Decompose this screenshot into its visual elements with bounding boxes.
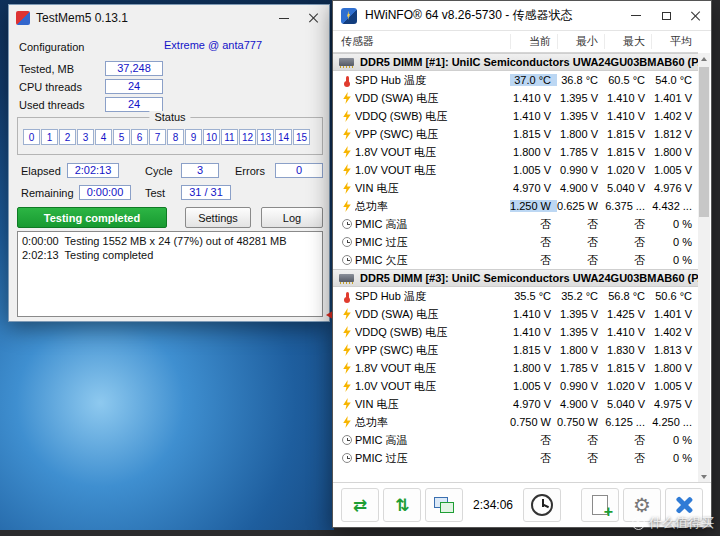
sensor-icon (343, 398, 352, 410)
sensor-avg: 54.0 °C (651, 74, 698, 86)
column-min[interactable]: 最小 (557, 34, 604, 49)
sensor-max: 6.375 ... (604, 200, 651, 212)
sensor-current[interactable]: 1.005 V (510, 164, 557, 176)
swap-panels-button[interactable]: ⇄ (341, 488, 379, 522)
reorder-button[interactable]: ⇅ (383, 488, 421, 522)
sensor-current[interactable]: 否 (510, 451, 557, 466)
sensor-avg: 0 % (651, 218, 698, 230)
sensor-row[interactable]: SPD Hub 温度 37.0 °C 36.8 °C 60.5 °C 54.0 … (333, 71, 698, 89)
watermark-logo-icon (632, 517, 645, 530)
sensor-min: 1.395 V (557, 110, 604, 122)
sensor-row[interactable]: 总功率 1.250 W 0.625 W 6.375 ... 4.432 ... (333, 197, 698, 215)
sensor-row[interactable]: PMIC 高温 否 否 否 0 % (333, 431, 698, 449)
log-button[interactable]: Log (261, 207, 323, 228)
configuration-value[interactable]: Extreme @ anta777 (101, 39, 325, 51)
scrollbar-thumb[interactable] (699, 67, 709, 217)
sensor-current[interactable]: 35.5 °C (510, 290, 557, 302)
remote-sensor-button[interactable] (425, 488, 463, 522)
settings-button[interactable]: Settings (185, 207, 251, 228)
maximize-button[interactable] (651, 1, 681, 30)
sensor-current[interactable]: 1.815 V (510, 128, 557, 140)
used-threads-field[interactable]: 24 (105, 97, 163, 112)
thread-cell: 6 (131, 129, 148, 145)
errors-field: 0 (275, 163, 323, 178)
minimize-button[interactable] (621, 1, 651, 30)
sensor-row[interactable]: 1.8V VOUT 电压 1.800 V 1.785 V 1.815 V 1.8… (333, 143, 698, 161)
thread-cell: 0 (23, 129, 40, 145)
sensor-icon (343, 128, 352, 140)
swap-arrows-icon: ⇄ (353, 497, 367, 514)
sensor-current[interactable]: 4.970 V (510, 182, 557, 194)
sensor-icon (343, 110, 352, 122)
sensor-row[interactable]: PMIC 过压 否 否 否 0 % (333, 449, 698, 467)
sensor-row[interactable]: VPP (SWC) 电压 1.815 V 1.800 V 1.815 V 1.8… (333, 125, 698, 143)
column-sensor[interactable]: 传感器 (341, 34, 510, 49)
log-area[interactable]: 0:00:00 Testing 1552 MB x 24 (77%) out o… (17, 231, 323, 317)
sensor-group-header[interactable]: DDR5 DIMM [#1]: UniIC Semiconductors UWA… (333, 53, 698, 71)
sensor-current[interactable]: 否 (510, 235, 557, 250)
clock-button[interactable] (523, 488, 561, 522)
sensor-min: 1.800 V (557, 344, 604, 356)
report-button[interactable] (581, 488, 619, 522)
sensor-label: VPP (SWC) 电压 (355, 127, 510, 142)
sensor-icon (343, 164, 352, 176)
sensor-icon (343, 416, 352, 428)
sensor-row[interactable]: VIN 电压 4.970 V 4.900 V 5.040 V 4.976 V (333, 179, 698, 197)
column-max[interactable]: 最大 (604, 34, 651, 49)
vertical-scrollbar[interactable] (698, 53, 710, 483)
hwinfo-title: HWiNFO® 64 v8.26-5730 - 传感器状态 (365, 7, 621, 24)
sensor-max: 1.815 V (604, 362, 651, 374)
sensor-row[interactable]: VIN 电压 4.970 V 4.900 V 5.040 V 4.975 V (333, 395, 698, 413)
minimize-button[interactable] (269, 5, 299, 31)
sensor-label: VIN 电压 (355, 181, 510, 196)
sensor-row[interactable]: PMIC 欠压 否 否 否 0 % (333, 251, 698, 269)
sensor-min: 1.785 V (557, 362, 604, 374)
sensor-row[interactable]: 总功率 0.750 W 0.750 W 6.125 ... 4.250 ... (333, 413, 698, 431)
testing-completed-button[interactable]: Testing completed (17, 207, 167, 228)
sensor-row[interactable]: VDDQ (SWB) 电压 1.410 V 1.395 V 1.410 V 1.… (333, 107, 698, 125)
column-header[interactable]: 传感器 当前 最小 最大 平均 (333, 31, 698, 53)
maximize-icon (662, 12, 671, 20)
column-avg[interactable]: 平均 (651, 34, 698, 49)
sensor-avg: 1.800 V (651, 362, 698, 374)
sensor-current[interactable]: 否 (510, 433, 557, 448)
sensor-row[interactable]: PMIC 高温 否 否 否 0 % (333, 215, 698, 233)
sensor-current[interactable]: 1.800 V (510, 146, 557, 158)
sensor-group-header[interactable]: DDR5 DIMM [#3]: UniIC Semiconductors UWA… (333, 269, 698, 287)
sensor-current[interactable]: 1.410 V (510, 326, 557, 338)
testmem5-app-icon (16, 11, 30, 25)
sensor-current[interactable]: 1.410 V (510, 92, 557, 104)
sensor-icon (346, 292, 349, 301)
sensor-current[interactable]: 0.750 W (510, 416, 557, 428)
sensor-current[interactable]: 1.410 V (510, 308, 557, 320)
sensor-row[interactable]: 1.8V VOUT 电压 1.800 V 1.785 V 1.815 V 1.8… (333, 359, 698, 377)
sensor-row[interactable]: VDD (SWA) 电压 1.410 V 1.395 V 1.425 V 1.4… (333, 305, 698, 323)
sensor-current[interactable]: 否 (510, 253, 557, 268)
column-current[interactable]: 当前 (510, 34, 557, 49)
tested-mb-field[interactable]: 37,248 (105, 61, 163, 76)
sensor-row[interactable]: 1.0V VOUT 电压 1.005 V 0.990 V 1.020 V 1.0… (333, 377, 698, 395)
scroll-up-button[interactable] (698, 53, 710, 65)
sensor-current[interactable]: 1.800 V (510, 362, 557, 374)
sensor-min: 36.8 °C (557, 74, 604, 86)
close-button[interactable] (681, 1, 711, 30)
sensor-row[interactable]: VDDQ (SWB) 电压 1.410 V 1.395 V 1.410 V 1.… (333, 323, 698, 341)
sensor-current[interactable]: 4.970 V (510, 398, 557, 410)
sensor-row[interactable]: VDD (SWA) 电压 1.410 V 1.395 V 1.410 V 1.4… (333, 89, 698, 107)
sensor-row[interactable]: VPP (SWC) 电压 1.815 V 1.800 V 1.830 V 1.8… (333, 341, 698, 359)
cpu-threads-field[interactable]: 24 (105, 79, 163, 94)
sensor-avg: 1.812 V (651, 128, 698, 140)
hwinfo-titlebar[interactable]: HWiNFO® 64 v8.26-5730 - 传感器状态 (333, 1, 711, 31)
sensor-current[interactable]: 1.410 V (510, 110, 557, 122)
sensor-current[interactable]: 37.0 °C (510, 74, 557, 86)
sensor-row[interactable]: PMIC 过压 否 否 否 0 % (333, 233, 698, 251)
testmem5-titlebar[interactable]: TestMem5 0.13.1 (9, 5, 329, 31)
sensor-max: 否 (604, 253, 651, 268)
sensor-current[interactable]: 1.005 V (510, 380, 557, 392)
close-button[interactable] (299, 5, 329, 31)
sensor-current[interactable]: 1.250 W (510, 200, 557, 212)
sensor-current[interactable]: 1.815 V (510, 344, 557, 356)
sensor-row[interactable]: SPD Hub 温度 35.5 °C 35.2 °C 56.8 °C 50.6 … (333, 287, 698, 305)
sensor-row[interactable]: 1.0V VOUT 电压 1.005 V 0.990 V 1.020 V 1.0… (333, 161, 698, 179)
sensor-current[interactable]: 否 (510, 217, 557, 232)
